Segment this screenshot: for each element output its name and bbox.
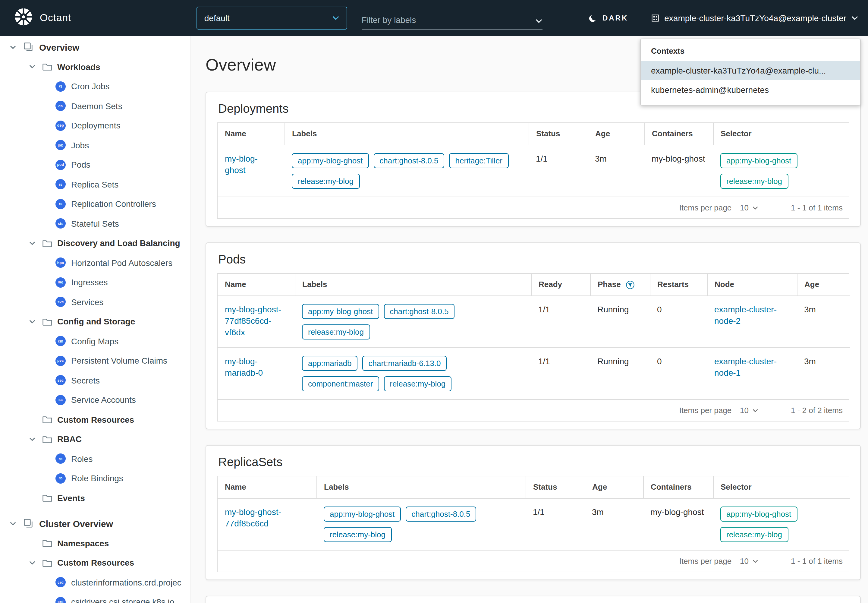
label-tag: app:my-blog-ghost [292,153,369,168]
cell-name: my-blog-mariadb-0 [218,348,295,399]
pagination: Items per page101 - 1 of 1 items [218,196,849,218]
sidebar-item-service-accounts[interactable]: saService Accounts [0,390,190,410]
resource-icon: rs [56,179,66,190]
sidebar-item-services[interactable]: svcServices [0,292,190,312]
sidebar-item-namespaces[interactable]: Namespaces [0,533,190,553]
page-size-select[interactable]: 10 [740,557,758,566]
column-header-age: Age [588,123,644,145]
sidebar-item-secrets[interactable]: secSecrets [0,371,190,390]
column-header-node: Node [707,274,797,296]
node-link[interactable]: example-cluster-node-1 [714,356,777,377]
sidebar-item-csidrivers-csi-storage-k8s-io[interactable]: crdcsidrivers.csi.storage.k8s.io [0,592,190,603]
sidebar-item-custom-resources[interactable]: Custom Resources [0,553,190,572]
sidebar-item-label: csidrivers.csi.storage.k8s.io [71,597,174,603]
sidebar-item-roles[interactable]: roRoles [0,449,190,468]
selector-tag: app:my-blog-ghost [720,153,797,168]
selector-tags: app:my-blog-ghostrelease:my-blog [720,507,843,542]
sidebar-item-config-and-storage[interactable]: Config and Storage [0,312,190,331]
sidebar-item-replication-controllers[interactable]: rcReplication Controllers [0,194,190,214]
sidebar-item-rbac[interactable]: RBAC [0,429,190,449]
items-per-page-label: Items per page [680,406,732,415]
sidebar-item-pods[interactable]: podPods [0,155,190,175]
filter-icon[interactable] [626,280,635,289]
sidebar-item-clusterinformations-crd-projec[interactable]: crdclusterinformations.crd.projec [0,572,190,592]
resource-icon: ds [56,101,66,111]
sidebar-item-replica-sets[interactable]: rsReplica Sets [0,175,190,194]
chevron-down-icon[interactable] [28,240,36,247]
sidebar-item-cluster-overview[interactable]: Cluster Overview [0,514,190,533]
sidebar-item-events[interactable]: Events [0,488,190,508]
resource-link[interactable]: my-blog-ghost-77df85c6cd [225,507,281,528]
chevron-down-icon[interactable] [28,319,36,325]
cell-name: my-blog-ghost [218,145,284,196]
resource-link[interactable]: my-blog-ghost-77df85c6cd-vf6dx [225,305,281,337]
cell-name: my-blog-ghost-77df85c6cd-vf6dx [218,296,295,348]
sidebar-item-label: Secrets [71,376,100,385]
chevron-down-icon [535,17,542,25]
sidebar-item-cron-jobs[interactable]: cjCron Jobs [0,77,190,96]
column-header-label: Name [225,129,246,139]
chevron-down-icon[interactable] [8,520,17,527]
label-tags: app:my-blog-ghostchart:ghost-8.0.5releas… [302,304,524,340]
chevron-down-icon[interactable] [28,63,36,70]
resource-icon: pod [56,160,66,170]
dark-mode-toggle[interactable]: DARK [588,14,628,23]
sidebar-item-label: Daemon Sets [71,101,122,111]
node-link[interactable]: example-cluster-node-2 [714,305,777,326]
column-header-label: Name [225,280,246,289]
label-filter-input[interactable]: Filter by labels [362,7,542,29]
cell-value: Running [597,356,629,366]
context-option[interactable]: example-cluster-ka3TuTzYo4a@example-clu.… [641,61,860,80]
resource-icon: crd [56,577,66,588]
column-header-label: Containers [651,482,692,492]
sidebar-item-config-maps[interactable]: cmConfig Maps [0,331,190,351]
folder-icon [42,317,53,326]
sidebar-item-deployments[interactable]: depDeployments [0,116,190,135]
resource-icon: ing [56,277,66,288]
chevron-down-icon[interactable] [28,560,36,566]
column-header-label: Age [592,482,607,492]
resource-link[interactable]: my-blog-mariadb-0 [225,356,263,377]
namespace-select[interactable]: default [196,7,347,29]
column-header-label: Node [715,280,734,289]
context-option[interactable]: kubernetes-admin@kubernetes [641,80,860,99]
column-header-containers: Containers [644,123,713,145]
page-size-select[interactable]: 10 [740,203,758,212]
sidebar-item-persistent-volume-claims[interactable]: pvcPersistent Volume Claims [0,351,190,371]
resource-link[interactable]: my-blog-ghost [225,154,258,175]
table-row: my-blog-ghost-77df85c6cdapp:my-blog-ghos… [218,498,850,550]
label-tags: app:my-blog-ghostchart:ghost-8.0.5herita… [292,153,521,189]
folder-icon [42,558,53,567]
sidebar-item-horizontal-pod-autoscalers[interactable]: hpaHorizontal Pod Autoscalers [0,253,190,272]
cell-value: 3m [804,305,816,314]
sidebar-item-stateful-sets[interactable]: stsStateful Sets [0,214,190,233]
label-tag: release:my-blog [302,325,370,340]
sidebar-item-label: Workloads [57,62,100,72]
chevron-down-icon[interactable] [8,44,17,51]
overview-icon [22,42,34,53]
column-header-label: Containers [652,129,693,139]
column-header-selector: Selector [713,476,850,498]
chevron-down-icon[interactable] [28,436,36,442]
sidebar-item-daemon-sets[interactable]: dsDaemon Sets [0,96,190,116]
context-selector[interactable]: example-cluster-ka3TuTzYo4a@example-clus… [651,13,858,23]
cell-restarts: 0 [650,296,707,348]
brand[interactable]: Octant [13,7,71,29]
sidebar-item-label: Service Accounts [71,395,136,405]
dark-mode-label: DARK [602,14,628,22]
cell-age: 3m [797,348,850,399]
column-header-phase: Phase [590,274,650,296]
sidebar-item-ingresses[interactable]: ingIngresses [0,272,190,292]
resource-icon: cm [56,336,66,346]
cell-node: example-cluster-node-2 [707,296,797,348]
sidebar-item-custom-resources[interactable]: Custom Resources [0,410,190,429]
page-size-select[interactable]: 10 [740,406,758,415]
sidebar-item-workloads[interactable]: Workloads [0,57,190,77]
sidebar-item-jobs[interactable]: jobJobs [0,135,190,155]
column-header-status: Status [529,123,588,145]
cell-ready: 1/1 [531,348,590,399]
sidebar-item-discovery-and-load-balancing[interactable]: Discovery and Load Balancing [0,233,190,253]
sidebar-item-role-bindings[interactable]: rbRole Bindings [0,468,190,488]
sidebar-item-overview[interactable]: Overview [0,37,190,57]
resource-icon: rb [56,473,66,484]
